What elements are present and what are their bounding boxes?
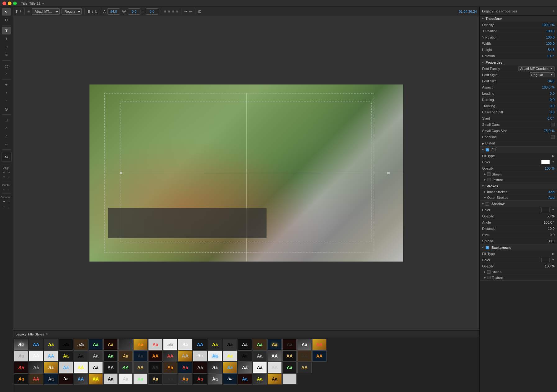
style-thumb[interactable]: Aa — [223, 350, 237, 362]
style-thumb[interactable]: Aa — [193, 362, 207, 373]
bg-color-swatch[interactable] — [541, 258, 550, 262]
tracking-value[interactable]: 0.0 — [536, 104, 555, 108]
text-tool-icon2[interactable]: T — [20, 10, 21, 13]
style-thumb[interactable]: Aa — [282, 362, 297, 373]
style-thumb[interactable]: Aa — [148, 339, 162, 350]
style-thumb[interactable]: Aa — [44, 362, 58, 373]
style-thumb[interactable]: Aa — [133, 373, 148, 385]
text-tool-T[interactable]: T — [2, 27, 11, 34]
style-thumb[interactable]: Aa — [133, 350, 148, 362]
align-right[interactable]: ⫸ — [7, 170, 11, 175]
bg-eyedropper[interactable]: ✦ — [552, 258, 555, 262]
font-family-dropdown[interactable]: Abadi MT Conden... ▼ — [518, 66, 555, 71]
style-thumb[interactable]: AA — [312, 350, 326, 362]
style-thumb[interactable]: AA — [148, 350, 162, 362]
background-section-header[interactable]: ▼ ✓ Background — [480, 244, 557, 251]
style-thumb[interactable]: Aa — [103, 373, 118, 385]
indent-btn[interactable]: ⇤ — [189, 9, 192, 14]
center-v[interactable]: ↕ — [7, 187, 11, 192]
transform-section-header[interactable]: ▼ Transform — [480, 16, 557, 22]
style-thumb[interactable]: Aa — [89, 350, 103, 362]
inner-strokes-add[interactable]: Add — [548, 190, 555, 194]
title-text-overlay[interactable]: Guitar Person And A Subtitle — [108, 208, 267, 238]
panel-menu-icon[interactable]: ≡ — [553, 9, 555, 13]
texture-subsection[interactable]: ▶ Texture — [480, 177, 557, 183]
rotate-tool[interactable]: ↻ — [2, 16, 11, 24]
style-thumb[interactable]: AA — [297, 362, 312, 373]
style-thumb[interactable]: AA — [193, 339, 207, 350]
font-style-select[interactable]: Regular — [62, 8, 82, 15]
style-thumb[interactable]: Aa — [208, 362, 222, 373]
font-style-row[interactable]: Font Style Regular ▼ — [480, 72, 557, 78]
bg-sheen-checkbox[interactable] — [487, 270, 491, 274]
path-select-tool[interactable]: ◎ — [2, 62, 11, 70]
text-tool-icon[interactable]: T — [16, 9, 18, 14]
area-text-tool[interactable]: ⊞ — [2, 51, 11, 59]
center-h[interactable]: ↔ — [2, 187, 6, 192]
style-thumb[interactable]: Aa — [89, 339, 103, 350]
style-thumb[interactable]: Aa — [208, 373, 222, 385]
minimize-button[interactable] — [8, 2, 11, 5]
style-thumb[interactable]: Aa — [74, 350, 88, 362]
fill-checkbox[interactable]: ✓ — [486, 148, 489, 152]
style-thumb[interactable]: Aa — [148, 373, 162, 385]
style-thumb[interactable]: Aa — [44, 339, 58, 350]
shadow-section-header[interactable]: ▼ Shadow — [480, 201, 557, 207]
dist-h2[interactable]: ↔ — [2, 204, 6, 209]
maximize-button[interactable] — [13, 2, 17, 5]
style-thumb[interactable]: Aa — [118, 350, 133, 362]
slant-value[interactable]: 0.0 ° — [536, 116, 555, 120]
align-bottom[interactable]: ⊥ — [7, 175, 11, 180]
style-thumb[interactable]: Aa — [208, 350, 222, 362]
style-thumb[interactable]: Aa — [59, 373, 73, 385]
leading-value[interactable]: 0.0 — [536, 92, 555, 95]
close-button[interactable] — [2, 2, 6, 5]
underline-button[interactable]: U — [95, 10, 97, 13]
small-caps-checkbox[interactable] — [551, 123, 555, 126]
style-thumb[interactable]: AA — [148, 362, 162, 373]
select-tool[interactable]: ↖ — [2, 8, 11, 16]
style-thumb[interactable]: Aa — [297, 339, 312, 350]
style-thumb[interactable]: Aa — [223, 362, 237, 373]
bg-fill-type-row[interactable]: Fill Type ▶ — [480, 251, 557, 257]
shadow-opacity-value[interactable]: 50 % — [536, 214, 555, 218]
style-thumb[interactable]: AA — [267, 362, 282, 373]
shadow-size-value[interactable]: 0.0 — [536, 233, 555, 237]
style-thumb[interactable]: AA — [312, 339, 326, 350]
italic-button[interactable]: I — [92, 10, 93, 13]
style-thumb[interactable]: Aa — [178, 339, 192, 350]
style-thumb[interactable]: AA — [297, 350, 312, 362]
style-thumb[interactable]: Aa — [282, 339, 297, 350]
style-thumb[interactable]: Aa — [14, 373, 28, 385]
style-thumb[interactable]: AA — [44, 350, 58, 362]
bg-texture-checkbox[interactable] — [487, 276, 491, 279]
fill-type-row[interactable]: Fill Type ▶ — [480, 153, 557, 159]
small-caps-size-value[interactable]: 75.0 % — [536, 129, 555, 133]
font-family-row[interactable]: Font Family Abadi MT Conden... ▼ — [480, 66, 557, 72]
width-value[interactable]: 100.0 — [536, 42, 555, 45]
style-thumb[interactable]: Aa — [253, 373, 267, 385]
inner-strokes-subsection[interactable]: ▶ Inner Strokes Add — [480, 189, 557, 195]
style-thumb[interactable]: Aa — [267, 339, 282, 350]
fill-color-swatch[interactable] — [541, 160, 550, 164]
add-point-tool[interactable]: + — [2, 89, 11, 97]
style-thumb[interactable]: AA — [163, 350, 177, 362]
style-thumb[interactable]: Aa — [103, 350, 118, 362]
style-thumb[interactable]: AA — [74, 373, 88, 385]
style-thumb[interactable]: 𝒜a — [163, 339, 177, 350]
style-thumb[interactable]: Aa — [89, 362, 103, 373]
properties-section-header[interactable]: ▼ Properties — [480, 59, 557, 66]
style-thumb[interactable]: Aa — [208, 339, 222, 350]
tab-btn[interactable]: ⇥ — [184, 9, 187, 14]
outer-strokes-add[interactable]: Add — [548, 196, 555, 199]
fill-section-header[interactable]: ▼ ✓ Fill — [480, 147, 557, 153]
style-thumb[interactable]: Aa — [267, 373, 282, 385]
rectangle-tool[interactable]: □ — [2, 116, 11, 124]
baseline-input[interactable] — [146, 8, 158, 15]
preview-container[interactable]: Guitar Person And A Subtitle — [13, 16, 479, 330]
style-thumb[interactable]: Aa — [163, 362, 177, 373]
pen-tool[interactable]: ✒ — [2, 81, 11, 89]
dist-h[interactable]: ⇹ — [2, 199, 6, 204]
style-thumb[interactable]: AA — [29, 373, 43, 385]
bg-texture-subsection[interactable]: ▶ Texture — [480, 275, 557, 280]
